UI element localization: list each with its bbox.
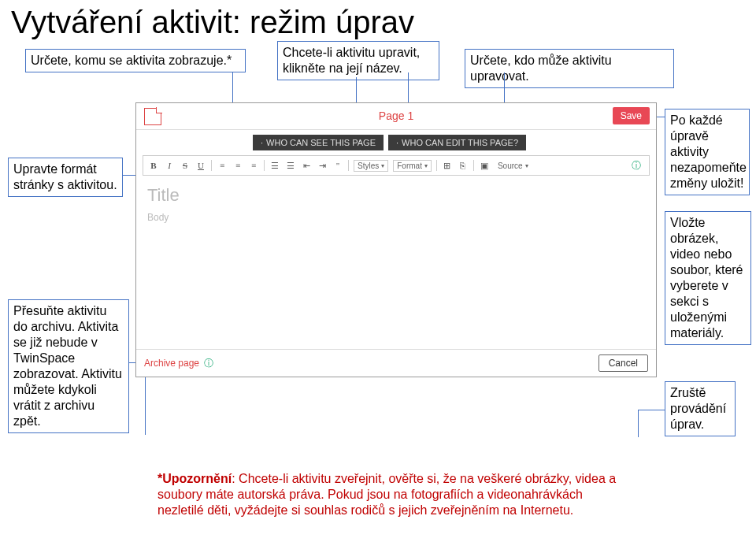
callout-audience: Určete, komu se aktivita zobrazuje.* [25,49,246,72]
page-icon [144,108,161,125]
callout-permissions: Určete, kdo může aktivitu upravovat. [465,49,674,88]
callout-edit-name: Chcete-li aktivitu upravit, klikněte na … [277,41,439,80]
bold-button[interactable]: B [148,159,159,172]
tab-who-can-see[interactable]: WHO CAN SEE THIS PAGE [253,135,384,150]
warning-text: *Upozornění: Chcete-li aktivitu zveřejni… [158,471,625,518]
page-title-field[interactable]: Page 1 [379,109,413,122]
page-title: Vytváření aktivit: režim úprav [11,5,756,40]
tab-who-can-edit[interactable]: WHO CAN EDIT THIS PAGE? [388,135,526,150]
title-placeholder[interactable]: Title [147,185,645,206]
styles-select[interactable]: Styles [354,160,388,172]
image-button[interactable]: ▣ [479,159,490,172]
underline-button[interactable]: U [195,159,206,172]
callout-format: Upravte formát stránky s aktivitou. [8,158,123,197]
indent-button[interactable]: ⇥ [317,159,328,172]
body-placeholder[interactable]: Body [147,212,645,223]
quote-button[interactable]: " [332,159,343,172]
editor-toolbar: B I S U ≡ ≡ ≡ ☰ ☰ ⇤ ⇥ " Styles Format ⊞ … [143,155,650,176]
list-ol-button[interactable]: ☰ [269,159,280,172]
strike-button[interactable]: S [180,159,191,172]
callout-cancel: Zruště provádění úprav. [665,381,736,436]
save-button[interactable]: Save [613,107,650,124]
italic-button[interactable]: I [164,159,175,172]
cancel-button[interactable]: Cancel [598,354,648,372]
outdent-button[interactable]: ⇤ [301,159,312,172]
editor-panel: Page 1 Save WHO CAN SEE THIS PAGE WHO CA… [135,102,657,377]
warning-label: *Upozornění [158,472,232,485]
format-select[interactable]: Format [393,160,432,172]
info-icon[interactable]: ⓘ [632,159,641,173]
align-right-button[interactable]: ≡ [248,159,259,172]
list-ul-button[interactable]: ☰ [285,159,296,172]
align-left-button[interactable]: ≡ [217,159,228,172]
link-button[interactable]: ⎘ [458,159,469,172]
table-button[interactable]: ⊞ [442,159,453,172]
align-center-button[interactable]: ≡ [232,159,243,172]
archive-info-icon[interactable]: ⓘ [204,357,213,370]
callout-archive: Přesuňte aktivitu do archivu. Aktivita s… [8,299,129,433]
source-button[interactable]: Source [495,161,532,171]
callout-insert: Vložte obrázek, video nebo soubor, které… [665,211,751,345]
archive-link[interactable]: Archive page [144,358,199,369]
callout-save: Po každé úpravě aktivity nezapomeňte změ… [665,109,750,195]
